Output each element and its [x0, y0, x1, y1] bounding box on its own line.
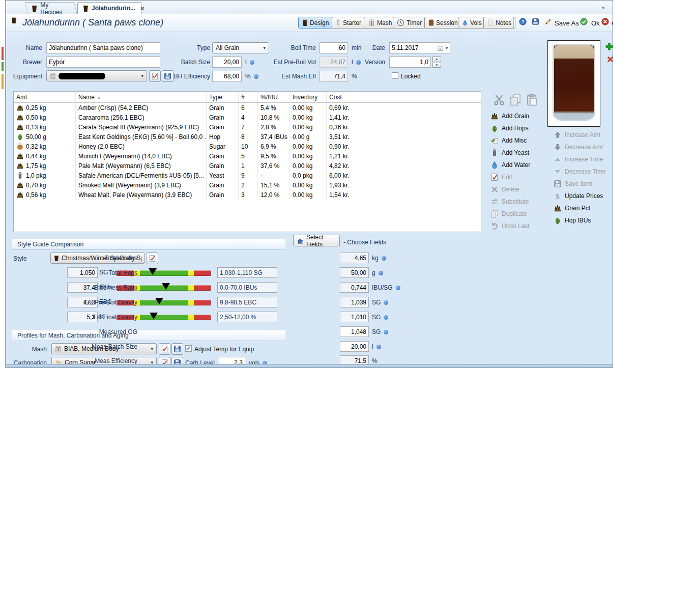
brewer-input[interactable]	[46, 57, 160, 68]
undo-icon	[490, 222, 499, 230]
grain-icon	[16, 181, 24, 189]
col-header-type[interactable]: Type	[207, 92, 239, 102]
paste-icon[interactable]	[526, 94, 538, 106]
col-header-name[interactable]: Name▲	[76, 92, 207, 102]
cut-icon[interactable]	[493, 94, 505, 106]
duplicate-button[interactable]: Duplicate	[490, 210, 527, 218]
name-input[interactable]	[46, 42, 160, 53]
locked-checkbox[interactable]	[392, 72, 398, 79]
copy-icon[interactable]	[509, 94, 522, 106]
view-button-timer[interactable]: Timer	[393, 17, 426, 29]
substitute-button[interactable]: Substitute	[490, 198, 529, 206]
table-row[interactable]: 0,50 kgCaraaroma (256,1 EBC)Grain410,8 %…	[14, 113, 481, 122]
view-button-starter[interactable]: Starter	[332, 17, 365, 29]
save-as-button[interactable]: Save As	[555, 19, 579, 27]
toolbar-separator	[513, 17, 514, 28]
update-prices-button[interactable]: $Update Prices	[554, 192, 603, 200]
tab-scroll-left-icon[interactable]: ◂	[601, 4, 607, 10]
version-label: Version	[365, 59, 385, 66]
bh-efficiency-input[interactable]	[212, 71, 242, 82]
add-misc-button[interactable]: Add Misc	[490, 136, 527, 145]
decrease-time-button[interactable]: Decrease Time	[554, 167, 606, 176]
grain-pct-button[interactable]: Grain Pct	[554, 204, 590, 212]
equipment-save-button[interactable]	[162, 70, 173, 82]
increase-amt-button[interactable]: Increase Amt	[554, 131, 600, 139]
x-red-icon[interactable]	[606, 55, 613, 64]
duplicate-icon	[490, 210, 499, 218]
tab-bar: My Recipes Jólahundurin... × ◂	[6, 1, 613, 14]
tab-my-recipes[interactable]: My Recipes	[24, 2, 77, 14]
view-button-session[interactable]: Session	[424, 17, 462, 29]
table-header: Amt Name▲ Type # %/IBU Inventory Cost	[14, 92, 481, 103]
sugar-icon	[16, 143, 24, 150]
table-row[interactable]: 1,75 kgPale Malt (Weyermann) (6,5 EBC)Gr…	[14, 161, 481, 171]
table-row[interactable]: 0,56 kgWheat Malt, Pale (Weyermann) (3,9…	[14, 190, 481, 200]
table-row[interactable]: 0,32 kgHoney (2,0 EBC)Sugar106,9 %0,00 k…	[14, 142, 481, 151]
background-speck	[2, 62, 4, 71]
table-row[interactable]: 50,00 gEast Kent Goldings (EKG) [5,60 %]…	[14, 132, 481, 142]
boil-time-input[interactable]	[320, 42, 348, 53]
table-row[interactable]: 0,25 kgAmber (Crisp) (54,2 EBC)Grain65,4…	[14, 103, 481, 113]
save-disk-icon[interactable]	[532, 18, 539, 25]
edit-button[interactable]: Edit	[490, 173, 512, 181]
table-row[interactable]: 1,0 pkgSafale American (DCL/Fermentis #U…	[14, 171, 481, 180]
table-row[interactable]: 0,13 kgCarafa Special III (Weyermann) (9…	[14, 122, 481, 132]
table-row[interactable]: 0,70 kgSmoked Malt (Weyermann) (3,9 EBC)…	[14, 180, 481, 190]
measured-og-input[interactable]	[340, 326, 369, 337]
add-grain-button[interactable]: Add Grain	[490, 112, 529, 120]
beer-glass-image	[547, 40, 600, 127]
batch-size-label: Batch Size	[181, 59, 210, 66]
svg-text:?: ?	[522, 19, 525, 24]
chevron-down-icon: ▾	[141, 73, 143, 78]
delete-x-icon	[490, 185, 499, 193]
add-yeast-button[interactable]: Add Yeast	[490, 149, 529, 157]
equipment-dropdown[interactable]: ▾	[46, 70, 147, 81]
add-water-button[interactable]: Add Water	[490, 161, 530, 169]
ok-icon[interactable]	[580, 18, 588, 25]
chevron-down-icon: ▾	[446, 46, 448, 50]
add-hops-button[interactable]: Add Hops	[490, 124, 529, 132]
hop-ibus-button[interactable]: Hop IBUs	[554, 216, 591, 225]
equipment-edit-button[interactable]	[149, 70, 161, 82]
delete-button[interactable]: Delete	[490, 185, 519, 193]
col-header-cost[interactable]: Cost	[327, 92, 360, 102]
help-icon[interactable]: ?	[519, 18, 527, 25]
water-icon	[462, 19, 468, 26]
batch-size-input[interactable]	[212, 57, 242, 68]
view-button-mash[interactable]: Mash	[364, 17, 396, 29]
col-header-pct[interactable]: %/IBU	[258, 92, 290, 102]
version-input[interactable]	[389, 57, 431, 68]
tab-recipe[interactable]: Jólahundurin... ×	[77, 2, 141, 14]
increase-time-button[interactable]: Increase Time	[554, 155, 603, 163]
cancel-icon[interactable]	[601, 18, 609, 25]
table-row[interactable]: 0,44 kgMunich I (Weyermann) (14,0 EBC)Gr…	[14, 151, 481, 161]
tab-close-icon[interactable]: ×	[140, 5, 144, 12]
select-fields-button[interactable]: Select Fields	[293, 235, 340, 246]
cancel-button[interactable]: Ca	[612, 19, 613, 27]
decrease-amt-button[interactable]: Decrease Amt	[554, 143, 603, 151]
beer-mug-icon	[302, 19, 308, 26]
save-item-button[interactable]: Save Item	[554, 180, 592, 188]
background-speck	[2, 74, 4, 89]
version-spinner[interactable]: ▲▼	[432, 57, 441, 68]
beer-foam	[554, 45, 594, 59]
water-icon	[490, 161, 499, 169]
undo-last-button[interactable]: Undo Last	[490, 222, 530, 230]
name-label: Name	[26, 44, 42, 51]
page-title: Jólahundurinn ( Santa paws clone)	[22, 17, 163, 28]
plus-icon[interactable]	[605, 42, 613, 51]
view-button-vols[interactable]: Vols	[458, 17, 486, 29]
type-select[interactable]: All Grain ▾	[212, 42, 269, 53]
col-header-amt[interactable]: Amt	[14, 92, 76, 102]
beer-mug-icon	[32, 5, 37, 12]
ok-button[interactable]: Ok	[591, 19, 600, 27]
date-picker[interactable]: 5.11.2017 ▾	[389, 42, 450, 53]
tab-label: Jólahundurin...	[92, 5, 135, 12]
pencil-icon[interactable]	[544, 18, 552, 25]
col-header-num[interactable]: #	[239, 92, 258, 102]
view-button-notes[interactable]: Notes	[483, 17, 515, 29]
col-header-inventory[interactable]: Inventory	[290, 92, 327, 102]
meas-batch-size-input[interactable]	[340, 341, 369, 352]
grain-icon	[16, 152, 24, 160]
view-button-design[interactable]: Design	[298, 17, 333, 29]
